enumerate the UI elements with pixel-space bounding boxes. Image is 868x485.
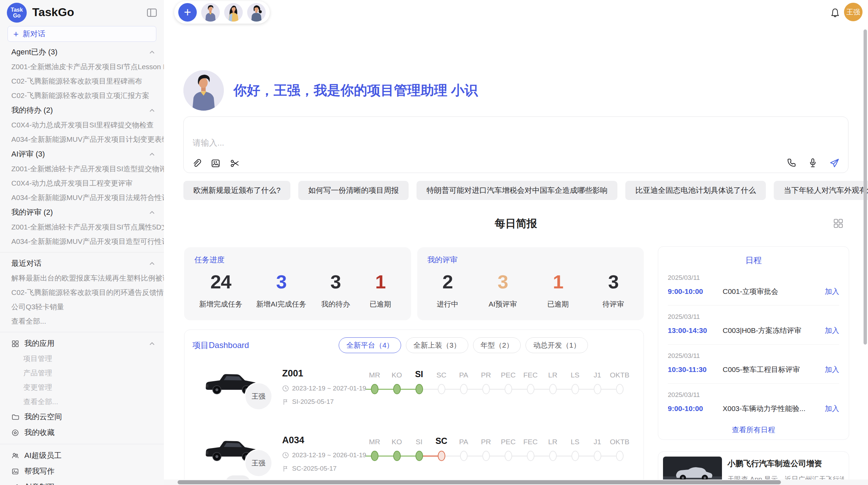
- sidebar-section-header[interactable]: 我的待办 (2): [0, 103, 164, 118]
- view-all-schedule-link[interactable]: 查看所有日程: [668, 425, 839, 435]
- recent-chat-item[interactable]: 公司Q3轻卡销量: [0, 300, 164, 314]
- schedule-item: 2025/03/11 10:30-11:30 C005-整车工程目标评审 加入: [668, 344, 839, 383]
- sidebar-task-item[interactable]: C02-飞腾新能源轻客改款项目里程碑画布: [0, 74, 164, 88]
- sidebar-app-link[interactable]: 查看全部...: [0, 395, 164, 409]
- project-code: A034: [282, 435, 363, 446]
- sidebar-item-favorites[interactable]: 我的收藏: [0, 425, 164, 440]
- sidebar-item-help-me-write[interactable]: 帮我写作: [0, 463, 164, 479]
- milestone-dot-zone: [408, 448, 430, 466]
- milestone-label: PA: [453, 430, 475, 448]
- recent-chat-item[interactable]: C02-飞腾新能源轻客改款项目的闭环通告反馈情况: [0, 285, 164, 300]
- sidebar-task-item[interactable]: A034-全新新能源MUV产品开发项目造型可行性评审: [0, 234, 164, 249]
- sidebar-task-item[interactable]: C0X4-动力总成开发项目SI里程碑提交物检查: [0, 118, 164, 132]
- dashboard-tab[interactable]: 动总开发（1）: [526, 337, 588, 353]
- project-owner-badge: 王强: [245, 450, 272, 476]
- dashboard-tab[interactable]: 年型（2）: [473, 337, 521, 353]
- sidebar-app-link[interactable]: 产品管理: [0, 366, 164, 380]
- milestone-dot: [571, 451, 579, 461]
- sidebar-collapse-button[interactable]: [146, 7, 158, 18]
- milestone-dot-zone: [453, 448, 475, 466]
- schedule-date: 2025/03/11: [668, 313, 839, 321]
- sidebar-item-ai-super-staff[interactable]: AI超级员工: [0, 448, 164, 463]
- milestone-dot: [549, 451, 557, 461]
- sidebar-item-my-apps[interactable]: 我的应用: [0, 336, 164, 351]
- add-session-button[interactable]: +: [178, 3, 197, 22]
- chevron-up-icon: [148, 49, 156, 55]
- greeting-block: 你好，王强，我是你的项目管理助理 小识: [183, 70, 478, 111]
- join-meeting-link[interactable]: 加入: [825, 365, 839, 374]
- image-icon: [210, 158, 221, 169]
- sidebar-app-link[interactable]: 变更管理: [0, 380, 164, 395]
- divider: [0, 444, 164, 444]
- screenshot-button[interactable]: [230, 158, 240, 169]
- suggestion-chip[interactable]: 比亚迪全固态电池计划具体说了什么: [625, 181, 766, 200]
- project-row[interactable]: 王强 A034: [184, 430, 643, 485]
- join-meeting-link[interactable]: 加入: [825, 287, 839, 296]
- daily-briefing-title: 每日简报: [183, 215, 848, 232]
- sidebar-section-title: 我的评审 (2): [11, 207, 53, 217]
- schedule-time: 9:00-10:00: [668, 287, 723, 296]
- send-button[interactable]: [829, 158, 839, 168]
- member-avatar-2[interactable]: [224, 3, 243, 22]
- member-avatar-3[interactable]: [247, 3, 266, 22]
- sidebar-section-header[interactable]: Agent已办 (3): [0, 45, 164, 60]
- stat-item: 1 已逾期: [543, 271, 574, 309]
- sidebar-task-item[interactable]: A034-全新新能源MUV产品开发项目法规符合性评审: [0, 190, 164, 205]
- sidebar-scroll: Agent已办 (3) Z001-全新燃油皮卡产品开发项目SI节点Lesson …: [0, 45, 164, 485]
- voice-call-button[interactable]: [786, 158, 797, 168]
- chat-input[interactable]: 请输入...: [193, 137, 741, 148]
- member-avatar-1[interactable]: [201, 3, 220, 22]
- recent-chat-item[interactable]: 查看全部...: [0, 314, 164, 328]
- sidebar-item-creative-drawing[interactable]: 创意制图: [0, 479, 164, 485]
- project-row[interactable]: 王强 Z001: [184, 363, 643, 430]
- sidebar-section-header[interactable]: AI评审 (3): [0, 147, 164, 162]
- sidebar-section-header[interactable]: 我的评审 (2): [0, 205, 164, 220]
- sidebar-task-item[interactable]: C0X4-动力总成开发项目工程变更评审: [0, 176, 164, 190]
- sidebar-task-item[interactable]: Z001-全新燃油轻卡产品开发项目SI造型提交物评审: [0, 162, 164, 176]
- milestone-label: SC: [430, 363, 453, 381]
- milestone: J1: [586, 363, 608, 399]
- suggestion-chip[interactable]: 欧洲新规最近颁布了什么?: [183, 181, 290, 200]
- project-date-range-row: 2023-12-19 ~ 2026-01-19: [282, 451, 363, 459]
- join-meeting-link[interactable]: 加入: [825, 404, 839, 413]
- milestone-dot-zone: [586, 381, 608, 399]
- suggestion-chip[interactable]: 特朗普可能对进口汽车增税会对中国车企造成哪些影响: [417, 181, 617, 200]
- sidebar-app-link[interactable]: 项目管理: [0, 351, 164, 366]
- sidebar-task-item[interactable]: Z001-全新燃油皮卡产品开发项目SI节点Lesson Learn报告: [0, 60, 164, 74]
- stat-value: 1: [365, 271, 396, 293]
- stat-item: 3 新增AI完成任务: [256, 271, 306, 309]
- recent-chats-header[interactable]: 最近对话: [0, 256, 164, 271]
- briefing-layout-button[interactable]: [833, 218, 844, 229]
- sidebar-task-item[interactable]: C02-飞腾新能源轻客改款项目立项汇报方案: [0, 88, 164, 103]
- new-chat-button[interactable]: + 新对话: [8, 26, 156, 42]
- sidebar-item-cloud-space[interactable]: 我的云空间: [0, 409, 164, 425]
- main-content: 你好，王强，我是你的项目管理助理 小识 请输入...: [183, 0, 849, 485]
- sidebar-task-item[interactable]: Z001-全新燃油轻卡产品开发项目SI节点属性5D文件评审: [0, 220, 164, 234]
- horizontal-scrollbar[interactable]: [178, 480, 781, 484]
- suggestion-chip[interactable]: 如何写一份清晰的项目周报: [298, 181, 409, 200]
- milestone-label: SI: [408, 363, 430, 381]
- attach-file-button[interactable]: [191, 158, 202, 169]
- sidebar-task-item[interactable]: A034-全新新能源MUV产品开发项目计划变更表编写: [0, 132, 164, 147]
- dashboard-tab[interactable]: 全新上装（3）: [406, 337, 468, 353]
- insert-image-button[interactable]: [210, 158, 221, 169]
- clock-icon: [282, 385, 289, 392]
- sidebar-section: 我的评审 (2) Z001-全新燃油轻卡产品开发项目SI节点属性5D文件评审A0…: [0, 205, 164, 249]
- stat-value: 3: [320, 271, 351, 293]
- milestone-label: PEC: [497, 430, 519, 448]
- main-area: +: [164, 0, 868, 485]
- microphone-button[interactable]: [808, 158, 818, 168]
- dashboard-tab[interactable]: 全新平台（4）: [339, 337, 401, 353]
- suggestion-chip[interactable]: 当下年轻人对汽车外观有怎样的喜好趋势: [774, 181, 868, 200]
- schedule-event-name: C001-立项审批会: [723, 287, 825, 296]
- project-flag-date: SC-2025-05-17: [292, 465, 337, 472]
- people-icon: [11, 452, 19, 460]
- milestone-dot: [482, 451, 490, 461]
- milestone-dot-zone: [386, 381, 408, 399]
- milestone-dot: [460, 451, 468, 461]
- milestone-label: MR: [363, 363, 386, 381]
- recent-chat-item[interactable]: 解释最新出台的欧盟报废车法规再生塑料比例被调至15%...: [0, 271, 164, 285]
- join-meeting-link[interactable]: 加入: [825, 326, 839, 335]
- milestone-label: KO: [386, 363, 408, 381]
- vertical-scrollbar[interactable]: [864, 29, 867, 345]
